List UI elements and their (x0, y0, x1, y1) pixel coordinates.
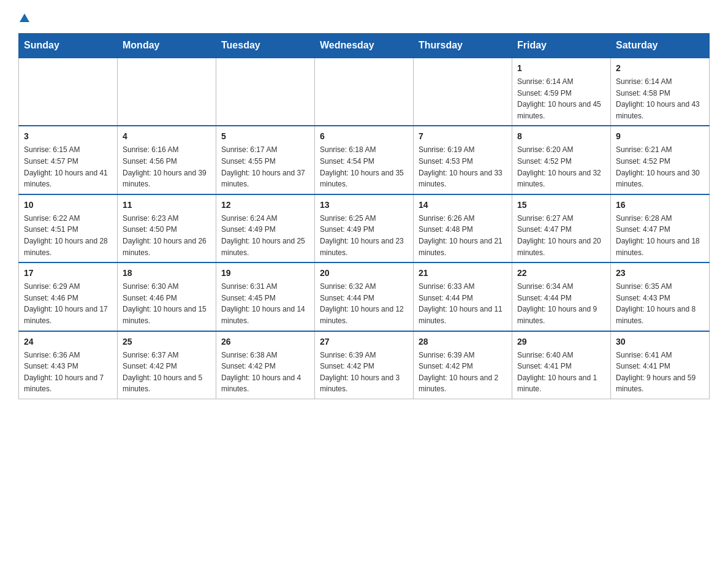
day-info: Sunrise: 6:22 AMSunset: 4:51 PMDaylight:… (24, 213, 112, 258)
table-row (118, 58, 216, 126)
day-number: 28 (419, 335, 507, 348)
table-row: 4Sunrise: 6:16 AMSunset: 4:56 PMDaylight… (118, 126, 216, 194)
day-number: 7 (419, 130, 507, 143)
day-number: 26 (221, 335, 309, 348)
table-row: 5Sunrise: 6:17 AMSunset: 4:55 PMDaylight… (216, 126, 315, 194)
table-row: 17Sunrise: 6:29 AMSunset: 4:46 PMDayligh… (19, 262, 118, 331)
day-info: Sunrise: 6:17 AMSunset: 4:55 PMDaylight:… (221, 144, 309, 190)
day-number: 3 (24, 130, 112, 143)
table-row: 20Sunrise: 6:32 AMSunset: 4:44 PMDayligh… (315, 262, 414, 331)
day-number: 15 (517, 199, 605, 212)
day-info: Sunrise: 6:34 AMSunset: 4:44 PMDaylight:… (517, 281, 605, 326)
day-info: Sunrise: 6:24 AMSunset: 4:49 PMDaylight:… (221, 213, 309, 258)
table-row: 11Sunrise: 6:23 AMSunset: 4:50 PMDayligh… (118, 194, 216, 262)
table-row: 8Sunrise: 6:20 AMSunset: 4:52 PMDaylight… (512, 126, 611, 194)
day-info: Sunrise: 6:41 AMSunset: 4:41 PMDaylight:… (616, 350, 704, 395)
col-monday: Monday (118, 34, 216, 58)
table-row: 6Sunrise: 6:18 AMSunset: 4:54 PMDaylight… (315, 126, 414, 194)
day-number: 20 (320, 267, 408, 280)
day-number: 2 (616, 62, 704, 75)
table-row: 3Sunrise: 6:15 AMSunset: 4:57 PMDaylight… (19, 126, 118, 194)
page-header (18, 12, 710, 22)
day-number: 11 (123, 199, 211, 212)
table-row: 24Sunrise: 6:36 AMSunset: 4:43 PMDayligh… (19, 331, 118, 399)
day-number: 19 (221, 267, 309, 280)
table-row: 12Sunrise: 6:24 AMSunset: 4:49 PMDayligh… (216, 194, 315, 262)
table-row: 1Sunrise: 6:14 AMSunset: 4:59 PMDaylight… (512, 58, 611, 126)
day-number: 4 (123, 130, 211, 143)
day-info: Sunrise: 6:31 AMSunset: 4:45 PMDaylight:… (221, 281, 309, 326)
day-number: 29 (517, 335, 605, 348)
day-info: Sunrise: 6:33 AMSunset: 4:44 PMDaylight:… (419, 281, 507, 326)
col-tuesday: Tuesday (216, 34, 315, 58)
day-number: 24 (24, 335, 112, 348)
day-info: Sunrise: 6:21 AMSunset: 4:52 PMDaylight:… (616, 144, 704, 190)
day-info: Sunrise: 6:23 AMSunset: 4:50 PMDaylight:… (123, 213, 211, 258)
svg-marker-0 (20, 13, 29, 22)
table-row: 30Sunrise: 6:41 AMSunset: 4:41 PMDayligh… (611, 331, 710, 399)
table-row: 10Sunrise: 6:22 AMSunset: 4:51 PMDayligh… (19, 194, 118, 262)
day-info: Sunrise: 6:37 AMSunset: 4:42 PMDaylight:… (123, 350, 211, 395)
table-row: 29Sunrise: 6:40 AMSunset: 4:41 PMDayligh… (512, 331, 611, 399)
col-wednesday: Wednesday (315, 34, 414, 58)
day-number: 23 (616, 267, 704, 280)
day-number: 17 (24, 267, 112, 280)
table-row: 22Sunrise: 6:34 AMSunset: 4:44 PMDayligh… (512, 262, 611, 331)
table-row: 19Sunrise: 6:31 AMSunset: 4:45 PMDayligh… (216, 262, 315, 331)
day-number: 18 (123, 267, 211, 280)
day-number: 14 (419, 199, 507, 212)
table-row (315, 58, 414, 126)
day-number: 10 (24, 199, 112, 212)
day-info: Sunrise: 6:30 AMSunset: 4:46 PMDaylight:… (123, 281, 211, 326)
day-number: 25 (123, 335, 211, 348)
day-info: Sunrise: 6:14 AMSunset: 4:58 PMDaylight:… (616, 76, 704, 121)
table-row (19, 58, 118, 126)
logo-text (18, 12, 31, 23)
day-info: Sunrise: 6:36 AMSunset: 4:43 PMDaylight:… (24, 350, 112, 395)
col-sunday: Sunday (19, 34, 118, 58)
calendar-body: 1Sunrise: 6:14 AMSunset: 4:59 PMDaylight… (19, 58, 710, 399)
table-row: 16Sunrise: 6:28 AMSunset: 4:47 PMDayligh… (611, 194, 710, 262)
table-row: 14Sunrise: 6:26 AMSunset: 4:48 PMDayligh… (414, 194, 512, 262)
day-number: 1 (517, 62, 605, 75)
day-number: 12 (221, 199, 309, 212)
table-row: 7Sunrise: 6:19 AMSunset: 4:53 PMDaylight… (414, 126, 512, 194)
day-info: Sunrise: 6:28 AMSunset: 4:47 PMDaylight:… (616, 213, 704, 258)
day-info: Sunrise: 6:29 AMSunset: 4:46 PMDaylight:… (24, 281, 112, 326)
day-info: Sunrise: 6:14 AMSunset: 4:59 PMDaylight:… (517, 76, 605, 121)
table-row: 23Sunrise: 6:35 AMSunset: 4:43 PMDayligh… (611, 262, 710, 331)
day-number: 16 (616, 199, 704, 212)
day-number: 27 (320, 335, 408, 348)
logo-triangle-icon (19, 12, 30, 23)
table-row (414, 58, 512, 126)
col-saturday: Saturday (611, 34, 710, 58)
day-info: Sunrise: 6:40 AMSunset: 4:41 PMDaylight:… (517, 350, 605, 395)
day-info: Sunrise: 6:26 AMSunset: 4:48 PMDaylight:… (419, 213, 507, 258)
day-info: Sunrise: 6:20 AMSunset: 4:52 PMDaylight:… (517, 144, 605, 190)
day-number: 30 (616, 335, 704, 348)
calendar-week-row: 17Sunrise: 6:29 AMSunset: 4:46 PMDayligh… (19, 262, 710, 331)
calendar-week-row: 3Sunrise: 6:15 AMSunset: 4:57 PMDaylight… (19, 126, 710, 194)
day-info: Sunrise: 6:35 AMSunset: 4:43 PMDaylight:… (616, 281, 704, 326)
table-row: 28Sunrise: 6:39 AMSunset: 4:42 PMDayligh… (414, 331, 512, 399)
logo (18, 12, 31, 22)
day-info: Sunrise: 6:15 AMSunset: 4:57 PMDaylight:… (24, 144, 112, 190)
table-row: 18Sunrise: 6:30 AMSunset: 4:46 PMDayligh… (118, 262, 216, 331)
day-number: 13 (320, 199, 408, 212)
day-number: 21 (419, 267, 507, 280)
table-row (216, 58, 315, 126)
col-thursday: Thursday (414, 34, 512, 58)
header-row: Sunday Monday Tuesday Wednesday Thursday… (19, 34, 710, 58)
day-info: Sunrise: 6:19 AMSunset: 4:53 PMDaylight:… (419, 144, 507, 190)
calendar-week-row: 10Sunrise: 6:22 AMSunset: 4:51 PMDayligh… (19, 194, 710, 262)
table-row: 13Sunrise: 6:25 AMSunset: 4:49 PMDayligh… (315, 194, 414, 262)
day-info: Sunrise: 6:32 AMSunset: 4:44 PMDaylight:… (320, 281, 408, 326)
day-number: 9 (616, 130, 704, 143)
table-row: 26Sunrise: 6:38 AMSunset: 4:42 PMDayligh… (216, 331, 315, 399)
day-number: 8 (517, 130, 605, 143)
table-row: 25Sunrise: 6:37 AMSunset: 4:42 PMDayligh… (118, 331, 216, 399)
day-info: Sunrise: 6:25 AMSunset: 4:49 PMDaylight:… (320, 213, 408, 258)
day-number: 6 (320, 130, 408, 143)
col-friday: Friday (512, 34, 611, 58)
day-number: 5 (221, 130, 309, 143)
